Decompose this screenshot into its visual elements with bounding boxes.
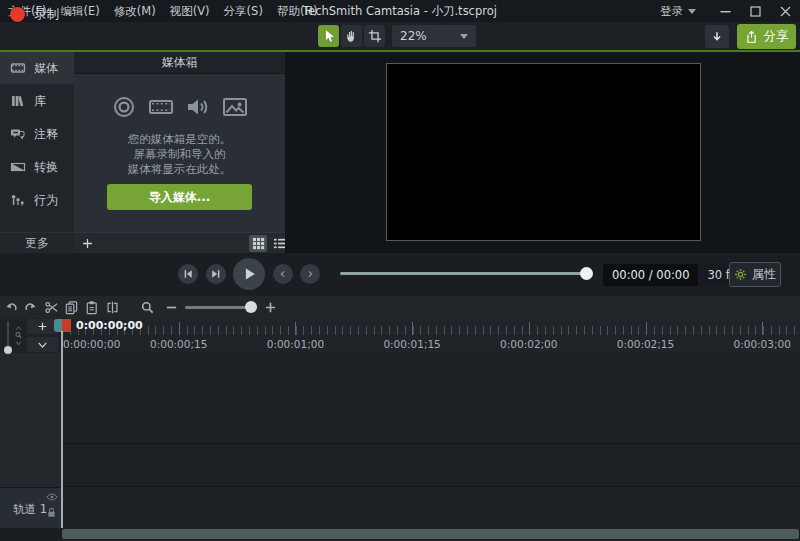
- track-header: 轨道 1: [0, 487, 62, 528]
- sidebar-item-behaviors[interactable]: 行为: [0, 184, 74, 216]
- scrubber-track[interactable]: [340, 272, 592, 275]
- play-button[interactable]: [233, 258, 265, 290]
- split-icon: [105, 300, 120, 315]
- timeline-zoom-thumb[interactable]: [245, 301, 257, 313]
- media-bin-empty-line: 屏幕录制和导入的: [74, 147, 285, 162]
- previous-clip-button[interactable]: [273, 264, 293, 284]
- track-name: 轨道 1: [13, 502, 47, 517]
- preview-stage[interactable]: [386, 63, 701, 241]
- maximize-icon: [750, 6, 761, 17]
- record-icon: [111, 94, 137, 120]
- maximize-button[interactable]: [740, 0, 770, 22]
- main-region: 媒体库注释转换行为 更多 媒体箱 您的媒: [0, 52, 800, 253]
- sidebar-item-media[interactable]: 媒体: [0, 52, 74, 84]
- add-tab-button[interactable]: [78, 235, 96, 252]
- menu-item[interactable]: 分享(S): [224, 4, 263, 19]
- minimize-icon: [720, 6, 731, 17]
- sidebar: 媒体库注释转换行为: [0, 52, 74, 232]
- zoom-out-button[interactable]: [163, 299, 179, 315]
- undo-button[interactable]: [3, 299, 19, 315]
- collapse-tracks-button[interactable]: [27, 337, 58, 352]
- library-icon: [10, 93, 26, 109]
- zoom-in-icon: [264, 301, 277, 314]
- canvas-area: [285, 52, 800, 253]
- ruler-major-tick: [762, 322, 763, 335]
- audio-icon: [185, 94, 211, 120]
- sidebar-item-library[interactable]: 库: [0, 85, 74, 117]
- timeline-toolbar: [0, 296, 800, 318]
- canvas-zoom-select[interactable]: 22%: [392, 25, 476, 47]
- login-button[interactable]: 登录: [660, 4, 696, 19]
- sidebar-item-label: 媒体: [34, 60, 58, 77]
- grid-view-button[interactable]: [249, 235, 267, 252]
- canvas-tools: [318, 25, 385, 47]
- horizontal-scrollbar-thumb[interactable]: [62, 529, 799, 539]
- paste-button[interactable]: [83, 299, 99, 315]
- download-icon: [710, 30, 724, 44]
- menu-item[interactable]: 修改(M): [114, 4, 156, 19]
- copy-icon: [64, 300, 79, 315]
- record-button[interactable]: 录制: [6, 3, 63, 25]
- share-button[interactable]: 分享: [737, 24, 796, 49]
- timeline: 0:00:00;000:00:00;150:00:01;000:00:01;15…: [0, 318, 800, 541]
- redo-button[interactable]: [22, 299, 38, 315]
- sidebar-item-label: 库: [34, 93, 46, 110]
- sidebar-item-transitions[interactable]: 转换: [0, 151, 74, 183]
- crop-tool-button[interactable]: [364, 25, 385, 47]
- download-button[interactable]: [705, 25, 729, 48]
- media-bin-empty-line: 您的媒体箱是空的。: [74, 132, 285, 147]
- menu-item[interactable]: 视图(V): [170, 4, 210, 19]
- step-forward-button[interactable]: [206, 264, 226, 284]
- chevron-down-icon: [37, 341, 48, 349]
- image-icon: [222, 94, 248, 120]
- scrubber-thumb[interactable]: [580, 267, 593, 280]
- import-media-label: 导入媒体...: [149, 189, 211, 206]
- sidebar-more-button[interactable]: 更多: [0, 232, 74, 253]
- share-label: 分享: [764, 28, 789, 45]
- pan-tool-button[interactable]: [341, 25, 362, 47]
- media-bin-footer: [74, 232, 285, 253]
- sidebar-item-annotations[interactable]: 注释: [0, 118, 74, 150]
- media-bin-header: 媒体箱: [74, 52, 285, 74]
- plus-icon: [81, 237, 94, 250]
- sidebar-item-label: 转换: [34, 159, 58, 176]
- properties-button[interactable]: 属性: [729, 262, 781, 287]
- media-bin-title: 媒体箱: [162, 54, 198, 71]
- cut-button[interactable]: [43, 299, 59, 315]
- timeline-zoom-magnifier: [139, 299, 155, 315]
- selection-tool-button[interactable]: [318, 25, 339, 47]
- ruler-major-tick: [412, 322, 413, 335]
- lane-separator: [62, 486, 800, 487]
- properties-label: 属性: [752, 266, 776, 283]
- camtasia-window: 文件(F)编辑(E)修改(M)视图(V)分享(S)帮助(H) TechSmith…: [0, 0, 800, 541]
- list-view-icon: [273, 237, 286, 250]
- video-icon: [148, 94, 174, 120]
- track-lock-button[interactable]: [46, 506, 57, 519]
- previous-icon: [277, 268, 289, 280]
- menu-item[interactable]: 编辑(E): [61, 4, 100, 19]
- media-bin-empty-text: 您的媒体箱是空的。屏幕录制和导入的媒体将显示在此处。: [74, 132, 285, 177]
- zoom-in-button[interactable]: [262, 299, 278, 315]
- media-bin-empty-icons: [74, 94, 285, 120]
- timeline-lanes[interactable]: [62, 353, 800, 528]
- sidebar-item-label: 行为: [34, 192, 58, 209]
- window-title: TechSmith Camtasia - 小刀.tscproj: [303, 0, 497, 22]
- next-clip-button[interactable]: [300, 264, 320, 284]
- playhead-out-marker[interactable]: [62, 319, 71, 332]
- copy-button[interactable]: [63, 299, 79, 315]
- minimize-button[interactable]: [710, 0, 740, 22]
- prev-frame-icon: [182, 268, 194, 280]
- ruler-major-tick: [646, 322, 647, 335]
- playhead[interactable]: [61, 331, 63, 528]
- ruler-label: 0:00:01;15: [383, 338, 440, 350]
- import-media-button[interactable]: 导入媒体...: [107, 184, 252, 210]
- track-visibility-button[interactable]: [46, 493, 58, 501]
- gear-icon: [734, 268, 747, 281]
- chevron-down-icon: [688, 9, 696, 14]
- track-height-thumb[interactable]: [4, 346, 12, 354]
- close-button[interactable]: [770, 0, 800, 22]
- split-button[interactable]: [104, 299, 120, 315]
- previous-frame-button[interactable]: [178, 264, 198, 284]
- ruler-label: 0:00:00;15: [150, 338, 207, 350]
- next-icon: [304, 268, 316, 280]
